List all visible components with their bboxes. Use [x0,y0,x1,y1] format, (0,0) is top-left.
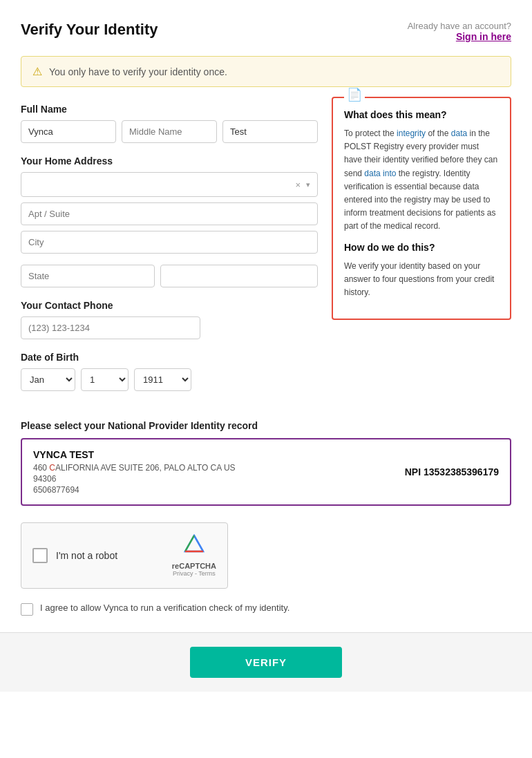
dob-month-select[interactable]: JanFebMarApr MayJunJulAug SepOctNovDec [21,368,75,391]
address-label: Your Home Address [21,155,318,167]
captcha-checkbox[interactable] [32,548,48,563]
captcha-right: reCAPTCHA Privacy - Terms [172,534,216,577]
npi-number: NPI 13532385396179 [405,466,499,477]
dob-year-select[interactable]: 1911191219201930 1940195019601970 198019… [134,368,191,391]
address-dropdown[interactable]: × ▾ [21,172,318,197]
npi-record[interactable]: VYNCA TEST 460 CALIFORNIA AVE SUITE 206,… [21,438,511,506]
info-panel: 📄 What does this mean? To protect the in… [332,97,511,320]
recaptcha-logo-icon [172,534,216,560]
npi-number-value: 13532385396179 [424,466,499,477]
phone-group: Your Contact Phone [21,300,318,339]
name-row [21,120,318,143]
page-title: Verify Your Identity [21,21,158,39]
full-name-label: Full Name [21,104,318,115]
npi-zip: 94306 [33,474,236,484]
verify-button[interactable]: VERIFY [190,647,342,678]
zip-input[interactable]: 94305 [160,265,318,287]
state-zip-row: 94305 [21,265,318,287]
captcha-label: I'm not a robot [56,550,117,561]
main-content: Full Name Your Home Address × ▾ 9 [21,104,511,404]
recaptcha-text: reCAPTCHA [172,562,216,570]
account-prompt: Already have an account? Sign in here [408,21,511,42]
dob-row: JanFebMarApr MayJunJulAug SepOctNovDec 1… [21,368,318,391]
npi-address-highlight: C [49,463,55,473]
document-icon: 📄 [344,87,365,102]
state-input[interactable] [21,265,155,287]
dob-day-select[interactable]: 12345 678910 1112131415 1617181920 21222… [81,368,129,391]
captcha-box: I'm not a robot reCAPTCHA Privacy - Term… [21,522,228,589]
info-panel-title: What does this mean? [344,109,499,120]
npi-address-text: 460 [33,463,49,473]
footer: VERIFY [0,632,532,692]
npi-info: VYNCA TEST 460 CALIFORNIA AVE SUITE 206,… [33,449,236,495]
npi-address-rest: ALIFORNIA AVE SUITE 206, PALO ALTO CA US [55,463,236,473]
info-panel-body2: We verify your identity based on your an… [344,260,499,300]
agree-label: I agree to allow Vynca to run a verifica… [40,603,289,613]
sign-in-link[interactable]: Sign in here [408,31,511,42]
recaptcha-links: Privacy - Terms [172,570,216,577]
page-header: Verify Your Identity Already have an acc… [21,21,511,42]
warning-icon: ⚠ [32,65,42,78]
alert-banner: ⚠ You only have to verify your identity … [21,56,511,87]
alert-message: You only have to verify your identity on… [49,66,227,77]
form-section: Full Name Your Home Address × ▾ 9 [21,104,318,404]
city-input[interactable] [21,231,318,254]
full-name-group: Full Name [21,104,318,143]
agree-checkbox[interactable] [21,603,33,616]
npi-number-label: NPI [405,466,421,477]
last-name-input[interactable] [222,120,318,143]
first-name-input[interactable] [21,120,116,143]
npi-address: 460 CALIFORNIA AVE SUITE 206, PALO ALTO … [33,463,236,473]
apt-suite-input[interactable] [21,202,318,225]
info-panel-body1: To protect the integrity of the data in … [344,127,499,234]
npi-name: VYNCA TEST [33,449,236,460]
middle-name-input[interactable] [122,120,217,143]
phone-input[interactable] [21,316,200,339]
npi-phone: 6506877694 [33,485,236,495]
dob-group: Date of Birth JanFebMarApr MayJunJulAug … [21,352,318,391]
clear-icon[interactable]: × [295,180,301,190]
npi-label: Please select your National Provider Ide… [21,420,511,431]
account-prompt-text: Already have an account? [408,21,511,31]
address-group: Your Home Address × ▾ 94305 [21,155,318,287]
dob-label: Date of Birth [21,352,318,363]
phone-label: Your Contact Phone [21,300,318,311]
npi-section: Please select your National Provider Ide… [21,420,511,506]
info-panel-subtitle: How do we do this? [344,242,499,253]
chevron-down-icon: ▾ [306,180,310,189]
captcha-left: I'm not a robot [32,548,117,563]
agreement-row: I agree to allow Vynca to run a verifica… [21,603,511,616]
